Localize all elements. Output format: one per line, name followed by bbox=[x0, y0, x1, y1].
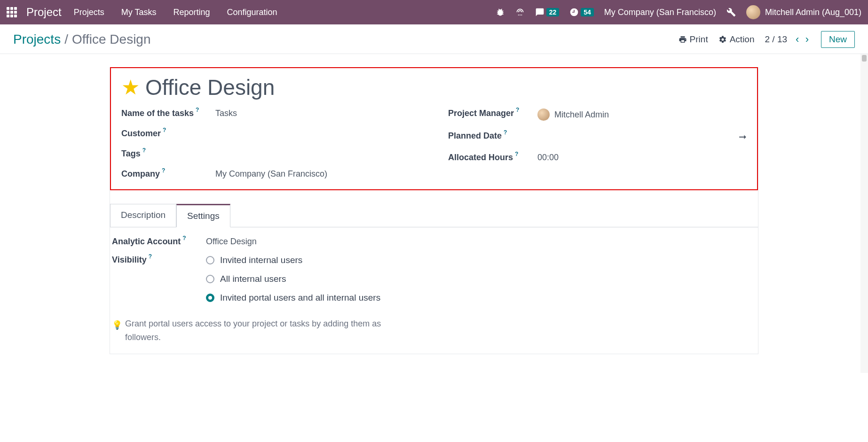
lightbulb-icon: 💡 bbox=[112, 318, 122, 332]
help-icon[interactable]: ? bbox=[162, 167, 165, 174]
company-switcher[interactable]: My Company (San Francisco) bbox=[604, 8, 716, 17]
control-panel: Projects / Office Design Print Action 2 … bbox=[0, 24, 868, 54]
menu-projects[interactable]: Projects bbox=[74, 8, 104, 17]
apps-icon[interactable] bbox=[7, 7, 17, 17]
form-sheet: ★ Office Design Name of the tasks? Tasks… bbox=[110, 67, 758, 354]
hours-field[interactable]: 00:00 bbox=[537, 153, 559, 163]
bug-icon[interactable] bbox=[496, 8, 505, 17]
customer-label: Customer bbox=[121, 129, 161, 139]
planned-label: Planned Date bbox=[448, 131, 502, 141]
radio-icon bbox=[206, 275, 214, 283]
activities-icon[interactable]: 54 bbox=[569, 8, 594, 17]
help-icon[interactable]: ? bbox=[163, 127, 166, 133]
visibility-option-portal[interactable]: Invited portal users and all internal us… bbox=[206, 293, 380, 303]
breadcrumb-parent[interactable]: Projects bbox=[13, 32, 61, 47]
pager-prev-icon[interactable]: ‹ bbox=[794, 33, 801, 45]
user-name: Mitchell Admin (Aug_001) bbox=[765, 8, 861, 17]
help-icon[interactable]: ? bbox=[142, 147, 146, 154]
highlighted-header: ★ Office Design Name of the tasks? Tasks… bbox=[110, 67, 758, 190]
manager-label: Project Manager bbox=[448, 109, 514, 118]
menu-reporting[interactable]: Reporting bbox=[173, 8, 210, 17]
tags-label: Tags bbox=[121, 149, 141, 159]
tools-icon[interactable] bbox=[726, 8, 736, 17]
pager-next-icon[interactable]: › bbox=[804, 33, 811, 45]
pager: 2 / 13 ‹ › bbox=[765, 33, 811, 46]
menu-configuration[interactable]: Configuration bbox=[227, 8, 277, 17]
right-column: Project Manager? Mitchell Admin Planned … bbox=[448, 109, 747, 179]
tabs: Description Settings bbox=[110, 203, 758, 227]
app-brand[interactable]: Project bbox=[26, 6, 62, 19]
visibility-label: Visibility bbox=[112, 255, 147, 265]
help-icon[interactable]: ? bbox=[196, 107, 199, 113]
tab-settings[interactable]: Settings bbox=[176, 204, 230, 227]
messages-icon[interactable]: 22 bbox=[535, 8, 560, 17]
analytic-field[interactable]: Office Design bbox=[206, 237, 257, 247]
favorite-star-icon[interactable]: ★ bbox=[121, 77, 140, 98]
hours-label: Allocated Hours bbox=[448, 153, 513, 163]
messages-badge: 22 bbox=[546, 8, 560, 16]
manager-field[interactable]: Mitchell Admin bbox=[537, 109, 609, 121]
radio-icon bbox=[206, 294, 214, 302]
user-menu[interactable]: Mitchell Admin (Aug_001) bbox=[746, 5, 861, 19]
content-area: ★ Office Design Name of the tasks? Tasks… bbox=[0, 54, 868, 373]
help-icon[interactable]: ? bbox=[182, 235, 186, 241]
radio-icon bbox=[206, 256, 214, 264]
activities-badge: 54 bbox=[581, 8, 594, 16]
name-label: Name of the tasks bbox=[121, 109, 194, 118]
action-button[interactable]: Action bbox=[718, 34, 755, 45]
main-menu: Projects My Tasks Reporting Configuratio… bbox=[74, 8, 277, 17]
speed-icon[interactable] bbox=[515, 8, 525, 17]
record-title[interactable]: Office Design bbox=[145, 75, 275, 100]
left-column: Name of the tasks? Tasks Customer? Tags?… bbox=[121, 109, 420, 179]
help-icon[interactable]: ? bbox=[516, 107, 519, 113]
control-actions: Print Action 2 / 13 ‹ › New bbox=[679, 31, 855, 48]
breadcrumb-sep: / bbox=[64, 32, 68, 47]
navbar-right: 22 54 My Company (San Francisco) Mitchel… bbox=[496, 5, 861, 19]
top-navbar: Project Projects My Tasks Reporting Conf… bbox=[0, 0, 868, 24]
visibility-option-all-internal[interactable]: All internal users bbox=[206, 274, 380, 284]
visibility-radios: Invited internal users All internal user… bbox=[206, 255, 380, 303]
company-label: Company bbox=[121, 169, 160, 179]
help-icon[interactable]: ? bbox=[504, 129, 507, 136]
name-field[interactable]: Tasks bbox=[215, 109, 237, 118]
print-button[interactable]: Print bbox=[679, 34, 708, 45]
scrollbar[interactable] bbox=[860, 54, 868, 373]
settings-pane: Analytic Account? Office Design Visibili… bbox=[110, 227, 758, 354]
menu-my-tasks[interactable]: My Tasks bbox=[121, 8, 157, 17]
avatar-icon bbox=[537, 109, 550, 121]
new-button[interactable]: New bbox=[821, 31, 855, 48]
help-icon[interactable]: ? bbox=[515, 151, 518, 157]
breadcrumb-current: Office Design bbox=[72, 32, 151, 47]
avatar-icon bbox=[746, 5, 760, 19]
analytic-label: Analytic Account bbox=[112, 237, 181, 247]
tab-description[interactable]: Description bbox=[110, 204, 176, 227]
company-field[interactable]: My Company (San Francisco) bbox=[215, 169, 327, 179]
breadcrumb: Projects / Office Design bbox=[13, 32, 151, 47]
visibility-hint: 💡 Grant portal users access to your proj… bbox=[112, 317, 403, 344]
pager-text[interactable]: 2 / 13 bbox=[765, 34, 788, 45]
visibility-option-invited-internal[interactable]: Invited internal users bbox=[206, 255, 380, 265]
arrow-right-icon[interactable]: ➞ bbox=[739, 131, 747, 142]
help-icon[interactable]: ? bbox=[149, 253, 152, 260]
